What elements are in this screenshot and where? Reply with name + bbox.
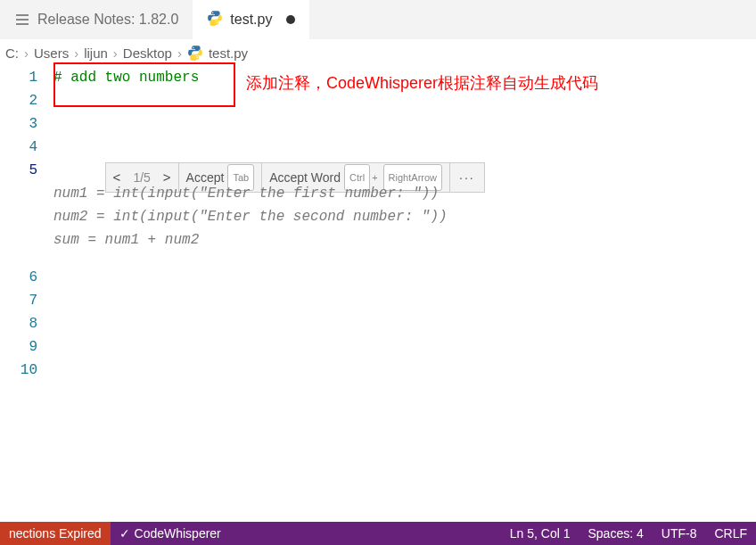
python-file-icon — [207, 10, 223, 29]
code-comment: # add two numbers — [53, 70, 199, 86]
ghost-text: sum = num1 + num2 — [53, 228, 756, 252]
editor[interactable]: 1 2 3 4 5 6 7 8 9 10 添加注释，CodeWhisperer根… — [0, 66, 756, 382]
tab-test-py[interactable]: test.py — [193, 0, 309, 39]
dirty-indicator-icon — [286, 15, 295, 24]
line-number: 7 — [0, 289, 37, 312]
release-notes-icon — [14, 19, 30, 21]
chevron-right-icon: › — [177, 45, 182, 61]
chevron-right-icon: › — [24, 45, 29, 61]
line-number: 2 — [0, 89, 37, 112]
line-number: 6 — [0, 266, 37, 289]
status-eol[interactable]: CRLF — [705, 522, 756, 545]
status-codewhisperer[interactable]: CodeWhisperer — [111, 522, 230, 545]
code-line — [53, 112, 756, 136]
line-number: 9 — [0, 335, 37, 359]
line-number: 8 — [0, 312, 37, 335]
tab-label: test.py — [230, 12, 272, 28]
code-line — [53, 252, 756, 275]
python-file-icon — [187, 45, 203, 61]
ghost-text: num2 = int(input("Enter the second numbe… — [53, 205, 756, 228]
breadcrumb[interactable]: C: › Users › lijun › Desktop › test.py — [0, 39, 756, 66]
breadcrumb-segment[interactable]: C: — [5, 45, 19, 61]
code-line — [53, 344, 756, 367]
more-button[interactable]: ··· — [450, 163, 484, 192]
breadcrumb-segment[interactable]: lijun — [84, 45, 108, 61]
breadcrumb-segment[interactable]: Desktop — [123, 45, 172, 61]
code-area[interactable]: 添加注释，CodeWhisperer根据注释自动生成代码 # add two n… — [53, 66, 756, 382]
breadcrumb-segment[interactable]: Users — [34, 45, 69, 61]
chevron-right-icon: › — [74, 45, 78, 61]
ghost-text: num1 = int(input("Enter the first number… — [53, 182, 756, 205]
code-line — [53, 321, 756, 344]
tab-label: Release Notes: 1.82.0 — [37, 12, 178, 28]
status-bar: nections Expired CodeWhisperer Ln 5, Col… — [0, 522, 756, 545]
line-number: 5 — [0, 159, 37, 182]
chevron-right-icon: › — [113, 45, 118, 61]
tab-release-notes[interactable]: Release Notes: 1.82.0 — [0, 0, 193, 39]
line-number: 3 — [0, 112, 37, 136]
line-number: 10 — [0, 359, 37, 382]
code-line: < 1/5 > Accept Tab Accept Word Ctrl + Ri… — [53, 136, 756, 159]
status-connections[interactable]: nections Expired — [0, 522, 111, 545]
line-number: 1 — [0, 66, 37, 89]
tab-bar: Release Notes: 1.82.0 test.py — [0, 0, 756, 39]
annotation-text: 添加注释，CodeWhisperer根据注释自动生成代码 — [246, 71, 598, 95]
code-line — [53, 275, 756, 298]
breadcrumb-segment[interactable]: test.py — [209, 45, 248, 61]
line-number-gutter: 1 2 3 4 5 6 7 8 9 10 — [0, 66, 53, 382]
status-spaces[interactable]: Spaces: 4 — [579, 522, 653, 545]
status-encoding[interactable]: UTF-8 — [653, 522, 706, 545]
status-ln-col[interactable]: Ln 5, Col 1 — [501, 522, 579, 545]
code-line — [53, 298, 756, 321]
line-number: 4 — [0, 136, 37, 159]
